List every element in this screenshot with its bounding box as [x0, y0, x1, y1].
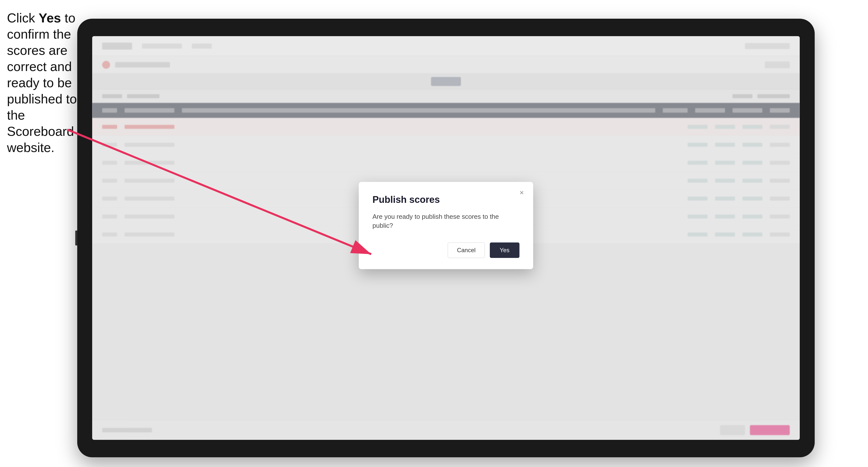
modal-body-text: Are you ready to publish these scores to…: [372, 212, 520, 230]
yes-button[interactable]: Yes: [490, 243, 520, 258]
modal-title: Publish scores: [372, 194, 520, 205]
instruction-text: Click Yes to confirm the scores are corr…: [7, 10, 79, 156]
tablet-screen: × Publish scores Are you ready to publis…: [92, 36, 800, 440]
tablet-device: × Publish scores Are you ready to publis…: [77, 19, 815, 457]
publish-scores-dialog: × Publish scores Are you ready to publis…: [359, 182, 533, 270]
modal-overlay: × Publish scores Are you ready to publis…: [92, 36, 800, 440]
instruction-bold: Yes: [39, 11, 61, 25]
modal-close-button[interactable]: ×: [517, 188, 526, 197]
modal-footer: Cancel Yes: [372, 243, 520, 258]
cancel-button[interactable]: Cancel: [448, 243, 485, 258]
tablet-side-button: [75, 230, 77, 246]
